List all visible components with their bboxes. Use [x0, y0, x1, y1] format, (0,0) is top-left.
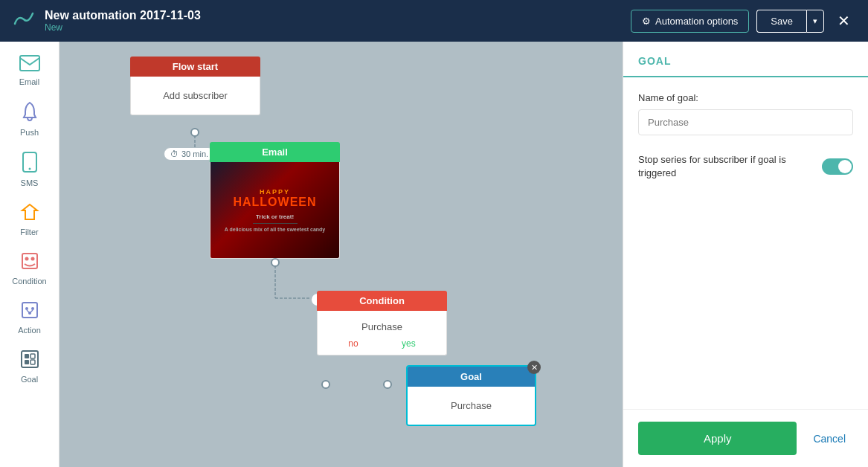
toggle-label: Stop series for subscriber if goal is tr… [638, 153, 822, 180]
push-label: Push [20, 128, 39, 137]
toggle-row: Stop series for subscriber if goal is tr… [638, 153, 853, 180]
condition-node[interactable]: Condition Purchase no yes [317, 291, 447, 355]
svg-point-9 [31, 307, 34, 310]
goal-node-body: Purchase [408, 387, 535, 425]
sidebar-item-filter[interactable]: Filter [0, 195, 59, 244]
sms-label: SMS [21, 178, 39, 187]
flow-start-body: Add subscriber [130, 77, 260, 115]
svg-marker-3 [22, 204, 37, 219]
automation-options-label: Automation options [655, 16, 738, 27]
branch-no: no [348, 338, 358, 349]
connector-dot-no [321, 380, 330, 389]
condition-node-header: Condition [317, 291, 447, 311]
close-button[interactable]: ✕ [832, 9, 856, 33]
panel-content: Name of goal: Stop series for subscriber… [623, 77, 868, 409]
page-subtitle: New [45, 22, 631, 33]
sidebar: Email Push SMS Filter Condition [0, 42, 60, 467]
connector-dot-yes [383, 380, 392, 389]
timer-label-1: ⏱ 30 min. [164, 147, 215, 161]
svg-rect-16 [30, 354, 35, 358]
goal-node-header: Goal [408, 367, 535, 387]
svg-line-11 [27, 310, 30, 313]
branch-yes: yes [402, 338, 416, 349]
sidebar-item-email[interactable]: Email [0, 48, 59, 94]
action-icon [20, 300, 39, 323]
svg-rect-14 [25, 354, 29, 358]
svg-rect-7 [22, 303, 37, 318]
svg-point-5 [25, 257, 28, 261]
condition-label: Condition [12, 277, 46, 286]
svg-rect-13 [22, 351, 38, 367]
automation-options-button[interactable]: ⚙ Automation options [631, 10, 749, 33]
filter-label: Filter [20, 228, 38, 236]
sidebar-item-sms[interactable]: SMS [0, 144, 59, 195]
action-label: Action [18, 326, 41, 335]
sidebar-item-condition[interactable]: Condition [0, 244, 59, 293]
stop-series-toggle[interactable] [822, 158, 853, 175]
toggle-knob [838, 160, 852, 173]
condition-branches: no yes [327, 338, 437, 349]
sidebar-item-action[interactable]: Action [0, 293, 59, 342]
svg-rect-15 [25, 360, 29, 364]
page-title: New automation 2017-11-03 [45, 9, 631, 22]
svg-point-8 [25, 307, 28, 310]
email-label: Email [19, 77, 40, 86]
name-field-label: Name of goal: [638, 92, 853, 103]
goal-name-input[interactable] [638, 109, 853, 135]
push-icon [21, 101, 39, 125]
email-node[interactable]: Email HAPPY HALLOWEEN Trick or treat! A … [210, 142, 340, 259]
main-content: Email Push SMS Filter Condition [0, 42, 868, 467]
goal-icon [20, 350, 39, 372]
canvas: Flow start Add subscriber ⏱ 30 min. Emai… [60, 42, 623, 467]
save-button[interactable]: Save [756, 10, 806, 33]
header: New automation 2017-11-03 New ⚙ Automati… [0, 0, 868, 42]
condition-text: Purchase [327, 321, 437, 332]
gear-icon: ⚙ [642, 16, 651, 27]
goal-label: Goal [21, 375, 38, 384]
svg-rect-17 [30, 360, 35, 364]
right-panel: GOAL Name of goal: Stop series for subsc… [623, 42, 868, 467]
svg-line-12 [30, 310, 33, 313]
timer-icon-1: ⏱ [170, 149, 179, 158]
sidebar-item-goal[interactable]: Goal [0, 342, 59, 391]
email-thumbnail: HAPPY HALLOWEEN Trick or treat! A delici… [210, 162, 340, 259]
panel-footer: Apply Cancel [623, 409, 868, 467]
filter-icon [20, 202, 39, 225]
panel-title: GOAL [638, 55, 853, 67]
email-icon [19, 55, 40, 74]
flow-start-header: Flow start [130, 57, 260, 77]
condition-node-body: Purchase no yes [317, 311, 447, 355]
condition-icon [20, 251, 39, 274]
goal-node[interactable]: ✕ Goal Purchase [406, 365, 536, 426]
svg-point-6 [30, 257, 34, 261]
save-button-group: Save ▾ [756, 10, 824, 33]
apply-button[interactable]: Apply [638, 422, 797, 455]
connector-dot-1 [190, 128, 199, 137]
cancel-button[interactable]: Cancel [806, 422, 853, 455]
email-node-header: Email [210, 142, 340, 162]
panel-header: GOAL [623, 42, 868, 77]
svg-point-2 [28, 168, 30, 170]
sidebar-item-push[interactable]: Push [0, 94, 59, 144]
timer-value-1: 30 min. [181, 149, 208, 158]
header-actions: ⚙ Automation options Save ▾ ✕ [631, 9, 856, 33]
svg-rect-0 [20, 56, 39, 71]
connector-dot-3 [271, 258, 280, 267]
app-logo [12, 9, 36, 33]
flow-start-node[interactable]: Flow start Add subscriber [130, 57, 260, 115]
title-area: New automation 2017-11-03 New [45, 9, 631, 33]
save-dropdown-button[interactable]: ▾ [806, 10, 824, 33]
goal-node-close[interactable]: ✕ [527, 361, 541, 374]
sms-icon [22, 152, 38, 175]
